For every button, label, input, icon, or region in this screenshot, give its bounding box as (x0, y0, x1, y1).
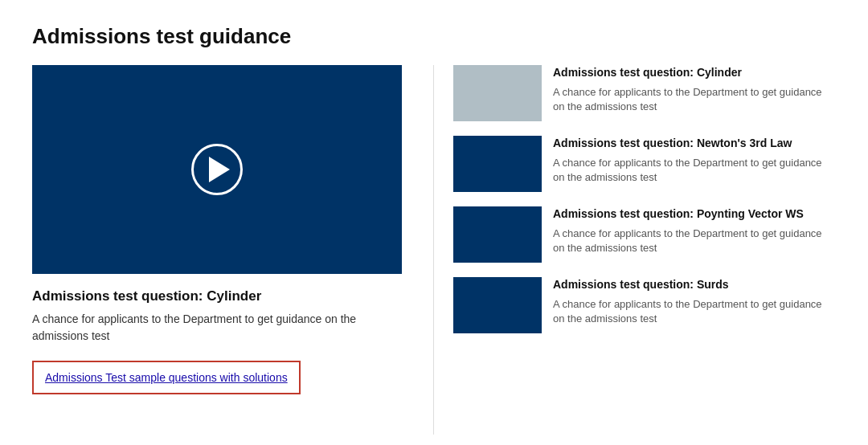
play-icon (209, 157, 230, 182)
video-player[interactable] (32, 65, 402, 274)
featured-video-description: A chance for applicants to the Departmen… (32, 311, 409, 345)
playlist-item-title: Admissions test question: Surds (553, 277, 833, 293)
playlist-item[interactable]: Admissions test question: Poynting Vecto… (453, 206, 833, 263)
playlist-item[interactable]: Admissions test question: SurdsA chance … (453, 277, 833, 333)
playlist-thumb (453, 65, 542, 121)
playlist-item-title: Admissions test question: Poynting Vecto… (553, 206, 833, 222)
playlist-item[interactable]: Admissions test question: Newton's 3rd L… (453, 136, 833, 192)
featured-video-title: Admissions test question: Cylinder (32, 288, 409, 304)
playlist-thumb (453, 206, 542, 263)
playlist-thumb (453, 277, 542, 333)
playlist-item-description: A chance for applicants to the Departmen… (553, 297, 833, 326)
playlist-item-description: A chance for applicants to the Departmen… (553, 85, 833, 114)
playlist-info: Admissions test question: CylinderA chan… (553, 65, 833, 121)
link-box: Admissions Test sample questions with so… (32, 361, 301, 394)
playlist-scroll[interactable]: Admissions test question: CylinderA chan… (453, 65, 836, 435)
playlist-item-title: Admissions test question: Newton's 3rd L… (553, 136, 833, 152)
playlist-item-title: Admissions test question: Cylinder (553, 65, 833, 81)
playlist-item-description: A chance for applicants to the Departmen… (553, 227, 833, 255)
right-panel: Admissions test question: CylinderA chan… (434, 65, 836, 435)
left-panel: Admissions test question: Cylinder A cha… (32, 65, 434, 435)
page-title: Admissions test guidance (32, 24, 836, 49)
playlist-info: Admissions test question: Poynting Vecto… (553, 206, 833, 263)
playlist-info: Admissions test question: SurdsA chance … (553, 277, 833, 333)
playlist-info: Admissions test question: Newton's 3rd L… (553, 136, 833, 192)
sample-questions-link[interactable]: Admissions Test sample questions with so… (45, 371, 288, 384)
main-layout: Admissions test question: Cylinder A cha… (32, 65, 836, 435)
playlist-item-description: A chance for applicants to the Departmen… (553, 156, 833, 185)
playlist-thumb (453, 136, 542, 192)
playlist-item[interactable]: Admissions test question: CylinderA chan… (453, 65, 833, 121)
play-button[interactable] (191, 144, 243, 195)
